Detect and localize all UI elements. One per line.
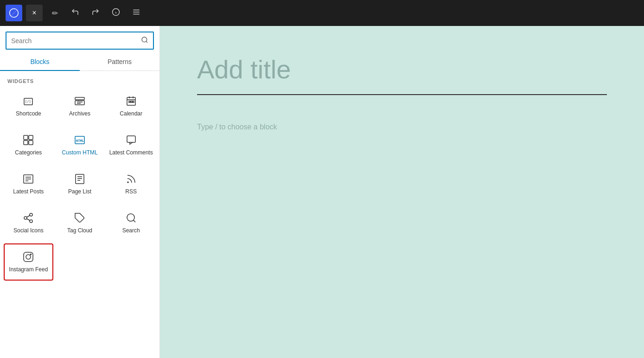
shortcode-icon: [/] (22, 95, 35, 108)
block-item-search[interactable]: Search (106, 205, 156, 242)
block-item-page-list[interactable]: Page List (55, 166, 105, 203)
svg-line-7 (146, 41, 147, 43)
latest-posts-label: Latest Posts (13, 188, 44, 196)
sidebar-content: WIDGETS [/] Shortcode Archives (0, 71, 159, 358)
categories-label: Categories (15, 149, 42, 157)
redo-button[interactable] (87, 5, 104, 21)
search-input[interactable] (6, 33, 136, 48)
custom-html-icon: HTML (73, 134, 86, 147)
svg-point-44 (127, 214, 134, 221)
svg-point-40 (30, 220, 32, 223)
wp-logo-button[interactable] (6, 5, 22, 21)
block-item-latest-comments[interactable]: Latest Comments (106, 127, 156, 164)
block-grid: [/] Shortcode Archives Calendar (4, 88, 156, 281)
latest-comments-label: Latest Comments (109, 149, 153, 157)
block-item-rss[interactable]: RSS (106, 166, 156, 203)
svg-rect-23 (29, 135, 33, 140)
widgets-section-label: WIDGETS (4, 77, 156, 88)
block-item-custom-html[interactable]: HTML Custom HTML (55, 127, 105, 164)
block-placeholder[interactable]: Type / to choose a block (197, 123, 607, 131)
close-button[interactable]: × (26, 5, 43, 21)
latest-comments-icon (125, 134, 138, 147)
page-list-icon (73, 173, 86, 185)
search-input-wrapper (6, 32, 154, 50)
svg-rect-21 (133, 101, 134, 102)
block-item-archives[interactable]: Archives (55, 88, 105, 125)
list-view-button[interactable] (128, 5, 145, 21)
main-layout: Blocks Patterns WIDGETS [/] Shortcode (0, 26, 644, 358)
block-item-shortcode[interactable]: [/] Shortcode (4, 88, 53, 125)
svg-line-45 (133, 220, 135, 222)
svg-rect-19 (129, 101, 130, 102)
svg-point-48 (31, 254, 32, 255)
svg-rect-33 (76, 174, 84, 184)
categories-icon (22, 134, 35, 147)
block-item-latest-posts[interactable]: Latest Posts (4, 166, 53, 203)
redo-icon (91, 8, 100, 18)
block-item-categories[interactable]: Categories (4, 127, 53, 164)
search-submit-button[interactable] (136, 32, 153, 49)
svg-rect-12 (75, 101, 84, 105)
search-box (0, 26, 159, 50)
tabs: Blocks Patterns (0, 53, 159, 71)
svg-point-6 (142, 37, 147, 42)
svg-point-37 (128, 182, 128, 183)
svg-point-39 (24, 217, 27, 219)
search-block-icon (125, 211, 138, 224)
instagram-feed-icon (22, 250, 35, 263)
rss-icon (125, 173, 138, 185)
title-separator (197, 94, 607, 95)
info-button[interactable] (108, 5, 124, 21)
canvas-inner[interactable]: Add title Type / to choose a block (160, 26, 644, 358)
calendar-label: Calendar (120, 110, 142, 118)
latest-posts-icon (22, 173, 35, 185)
toolbar: × ✏ (0, 0, 644, 26)
custom-html-label: Custom HTML (62, 149, 97, 157)
tag-cloud-icon (73, 211, 86, 224)
undo-icon (71, 8, 79, 18)
svg-rect-28 (127, 136, 135, 142)
search-label: Search (122, 227, 140, 235)
svg-line-41 (27, 219, 30, 221)
svg-point-38 (30, 213, 32, 216)
svg-rect-46 (24, 252, 33, 262)
tab-blocks[interactable]: Blocks (0, 53, 80, 71)
social-icons-label: Social Icons (13, 227, 44, 235)
tab-patterns[interactable]: Patterns (80, 53, 159, 71)
close-icon: × (32, 9, 36, 17)
edit-icon: ✏ (52, 9, 58, 18)
svg-text:HTML: HTML (76, 139, 84, 143)
edit-button[interactable]: ✏ (46, 5, 63, 21)
svg-rect-22 (24, 135, 28, 140)
list-icon (132, 8, 140, 18)
tag-cloud-label: Tag Cloud (67, 227, 92, 235)
archives-label: Archives (69, 110, 90, 118)
block-item-social-icons[interactable]: Social Icons (4, 205, 53, 242)
svg-rect-24 (24, 141, 28, 145)
svg-text:[/]: [/] (25, 100, 31, 103)
svg-rect-20 (131, 101, 132, 102)
social-icons-icon (22, 211, 35, 224)
svg-point-47 (26, 255, 31, 259)
svg-rect-11 (75, 97, 84, 100)
shortcode-label: Shortcode (16, 110, 41, 118)
info-icon (112, 8, 120, 18)
archives-icon (73, 95, 86, 108)
canvas: Add title Type / to choose a block (160, 26, 644, 358)
calendar-icon (125, 95, 138, 108)
block-item-calendar[interactable]: Calendar (106, 88, 156, 125)
undo-button[interactable] (67, 5, 83, 21)
svg-rect-25 (29, 141, 33, 145)
svg-line-42 (27, 216, 30, 217)
block-item-tag-cloud[interactable]: Tag Cloud (55, 205, 105, 242)
sidebar: Blocks Patterns WIDGETS [/] Shortcode (0, 26, 160, 358)
instagram-feed-label: Instagram Feed (9, 266, 48, 274)
search-icon (141, 36, 148, 44)
title-placeholder[interactable]: Add title (197, 54, 607, 85)
rss-label: RSS (125, 188, 137, 196)
block-item-instagram-feed[interactable]: Instagram Feed (4, 243, 53, 281)
page-list-label: Page List (68, 188, 91, 196)
